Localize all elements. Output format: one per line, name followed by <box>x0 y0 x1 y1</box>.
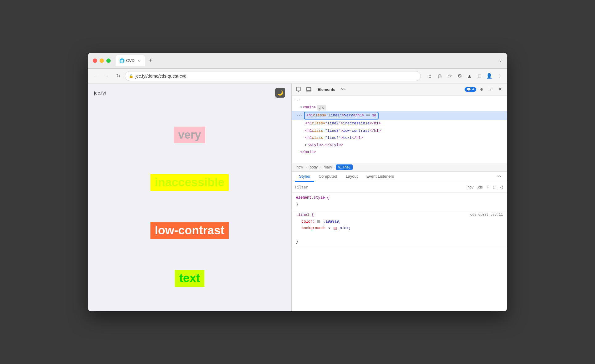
text-line-text: text <box>175 270 204 287</box>
hov-button[interactable]: :hov <box>465 184 475 190</box>
window-icon[interactable]: ◻ <box>475 72 484 80</box>
event-listeners-tab[interactable]: Event Listeners <box>362 172 398 182</box>
breadcrumb-bar: html › body › main › h1.line1 <box>292 163 507 172</box>
breadcrumb-main[interactable]: main <box>322 164 334 170</box>
share-icon[interactable]: ⎙ <box>436 72 444 80</box>
text-line-inaccessible: inaccessible <box>150 174 229 191</box>
styles-tab[interactable]: Styles <box>295 172 314 182</box>
computed-tab[interactable]: Computed <box>314 172 341 182</box>
reload-button[interactable]: ↻ <box>114 72 122 80</box>
background-prop-name: background: <box>302 226 328 230</box>
h1-line3-class-val: "line3" <box>325 128 341 134</box>
h1-line2-class-attr: class= <box>312 121 325 127</box>
toggle-sidebar-button[interactable]: ◁ <box>499 184 504 190</box>
filter-input[interactable] <box>295 185 463 189</box>
element-style-close: } <box>296 202 298 207</box>
line1-text: very <box>174 127 205 143</box>
css-source-link[interactable]: cds-quest-cvd:11 <box>470 212 503 218</box>
breadcrumb-html[interactable]: html <box>295 164 306 170</box>
new-style-rule-button[interactable]: ⬚ <box>492 184 498 190</box>
extensions2-icon[interactable]: ▲ <box>465 72 474 80</box>
add-style-button[interactable]: + <box>485 184 490 191</box>
color-prop: color: #a9a9a9; <box>296 219 503 225</box>
active-tab[interactable]: 🌐 CVD × <box>116 55 145 66</box>
sub-tabs-bar: Styles Computed Layout Event Listeners >… <box>292 172 507 182</box>
elements-panel-tab[interactable]: Elements <box>314 86 339 93</box>
new-tab-button[interactable]: + <box>146 56 155 65</box>
forward-button[interactable]: → <box>103 72 111 80</box>
main-close-tag: </main> <box>300 149 316 155</box>
devtools-toolbar: Elements >> 💬 4 ⚙ ⋮ × <box>292 83 507 95</box>
background-prop: background: pink; <box>296 225 503 232</box>
h1-line4-tag: <h1 <box>305 135 312 141</box>
dom-h1-line2-row[interactable]: <h1 class= "line2" > inaccessible </h1> <box>292 120 507 127</box>
dom-main-close-row[interactable]: </main> <box>292 149 507 156</box>
svg-rect-0 <box>297 87 300 91</box>
line1-selector: .line1 { <box>296 213 314 217</box>
more-panels-button[interactable]: >> <box>340 86 347 93</box>
dom-scroll-hint[interactable]: ··· <box>292 97 507 104</box>
dom-h1-line4-row[interactable]: <h1 class= "line4" > text </h1> <box>292 135 507 142</box>
more-sub-tabs-button[interactable]: >> <box>494 172 504 181</box>
maximize-button[interactable] <box>106 59 111 63</box>
devtools-close-button[interactable]: × <box>496 85 504 93</box>
dark-mode-button[interactable]: 🌙 <box>275 88 285 98</box>
moon-icon: 🌙 <box>277 90 283 96</box>
background-value: pink; <box>340 226 351 230</box>
address-input[interactable]: 🔒 jec.fyi/demo/cds-quest-cvd <box>125 71 421 81</box>
element-style-rule: element.style { } <box>292 193 507 210</box>
tab-close-button[interactable]: × <box>136 58 141 63</box>
devtools-panel: Elements >> 💬 4 ⚙ ⋮ × ··· <box>291 83 507 311</box>
menu-icon[interactable]: ⋮ <box>495 72 503 80</box>
bookmark-icon[interactable]: ☆ <box>445 72 454 80</box>
h1-line4-close-open: > <box>341 135 343 141</box>
scroll-dots: ··· <box>294 98 300 103</box>
color-prop-name: color: <box>302 220 317 224</box>
device-toolbar-button[interactable] <box>305 85 313 93</box>
breadcrumb-body[interactable]: body <box>308 164 319 170</box>
console-badge[interactable]: 💬 4 <box>465 87 476 92</box>
devtools-more-button[interactable]: ⋮ <box>487 85 495 93</box>
dom-h1-line3-row[interactable]: <h1 class= "line3" > low-contrast </h1> <box>292 127 507 135</box>
background-swatch[interactable] <box>334 227 337 230</box>
h1-line3-text: low-contrast <box>343 128 369 134</box>
line4-text: text <box>175 270 204 287</box>
bc-sep-1: › <box>306 165 307 169</box>
close-button[interactable] <box>93 59 97 63</box>
expand-triangle[interactable]: ▼ <box>300 105 302 110</box>
h1-line3-tag: <h1 <box>305 128 312 134</box>
style-expand-triangle[interactable]: ▶ <box>305 143 307 147</box>
background-expand-triangle[interactable] <box>328 228 330 229</box>
back-button[interactable]: ← <box>92 72 100 80</box>
console-count: 4 <box>472 87 474 91</box>
dom-style-row[interactable]: ▶ <style>…</style> <box>292 142 507 149</box>
text-line-low-contrast: low-contrast <box>150 222 229 239</box>
h1-line2-close-tag: </h1> <box>370 121 381 127</box>
h1-line4-text: text <box>343 135 352 141</box>
dom-h1-line1-row[interactable]: ··· <h1 class= "line1" > very </h1> == $… <box>292 111 507 120</box>
extensions-icon[interactable]: ⚙ <box>455 72 464 80</box>
content-area: jec.fyi 🌙 very inaccessible low-contrast… <box>88 83 507 311</box>
line3-text: low-contrast <box>150 222 229 239</box>
tab-bar: 🌐 CVD × + <box>116 55 496 66</box>
devtools-settings-button[interactable]: ⚙ <box>478 85 486 93</box>
title-bar: 🌐 CVD × + ⌄ <box>88 53 507 69</box>
profile-icon[interactable]: 👤 <box>485 72 494 80</box>
breadcrumb-h1-line1[interactable]: h1.line1 <box>336 164 353 170</box>
svg-rect-2 <box>306 87 311 91</box>
line2-text: inaccessible <box>150 174 229 191</box>
tab-expand-icon[interactable]: ⌄ <box>499 58 502 63</box>
dollar-zero: == $0 <box>366 113 376 119</box>
color-swatch[interactable] <box>317 220 320 223</box>
dom-main-row[interactable]: ▼ <main> grid <box>292 104 507 111</box>
inspect-element-button[interactable] <box>295 85 303 93</box>
h1-line2-close-open: > <box>341 121 343 127</box>
layout-tab[interactable]: Layout <box>341 172 362 182</box>
h1-line2-class-val: "line2" <box>325 121 341 127</box>
search-icon[interactable]: ⌕ <box>426 72 434 80</box>
h1-close-tag: </h1> <box>353 113 364 119</box>
h1-close-part1: > <box>342 113 344 119</box>
minimize-button[interactable] <box>100 59 104 63</box>
cls-button[interactable]: .cls <box>476 184 484 190</box>
filter-actions: :hov .cls + ⬚ ◁ <box>465 184 504 191</box>
